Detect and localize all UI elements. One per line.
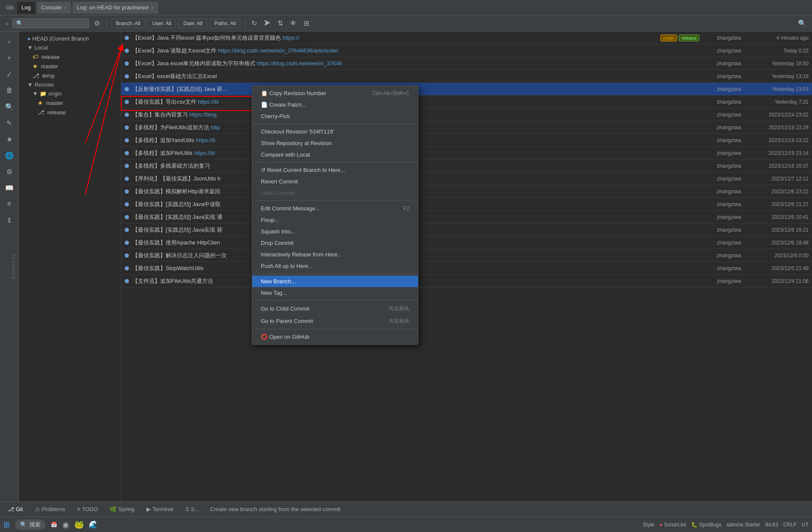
tab-bar: Git: Log Console × Log: on HEAD for prac… [0, 0, 812, 15]
back-button[interactable]: ‹ [3, 19, 10, 28]
status-text: Create new branch starting from the sele… [210, 506, 340, 512]
list-icon[interactable]: ≡ [3, 197, 16, 211]
bottom-tab-todo[interactable]: ≡ TODO [73, 504, 102, 514]
commit-author: zhangziwa [703, 86, 741, 92]
ctx-show-repo[interactable]: Show Repository at Revision [252, 137, 418, 149]
ctx-copy-revision[interactable]: 📋 Copy Revision Number Ctrl+Alt+Shift+C [252, 87, 418, 99]
pin-button[interactable]: ⊞ [301, 18, 311, 28]
commit-dot [125, 266, 129, 270]
ctx-go-parent[interactable]: Go to Parent Commit 向右箭头 [252, 315, 418, 327]
arrows-icon[interactable]: ⇕ [3, 213, 16, 227]
eye-button[interactable]: 👁 [288, 19, 299, 28]
sidebar-master[interactable]: ★ master [19, 61, 121, 71]
commit-message: 【Excel】Java 读取超大excel文件 https://blog.csd… [132, 47, 699, 55]
prev-button[interactable]: ⮞ [262, 19, 273, 28]
bottom-tab-spring[interactable]: 🌿 Spring [105, 504, 139, 514]
pencil-icon[interactable]: ✎ [3, 116, 16, 130]
log-head-close[interactable]: × [151, 5, 154, 10]
search-right-button[interactable]: 🔍 [796, 18, 809, 28]
commit-dot [125, 164, 129, 168]
commit-row[interactable]: 【最佳实践】导出csv文件 https://blzhangziwaYesterd… [121, 96, 812, 108]
sidebar-remote-group[interactable]: ▼ Remote [19, 80, 121, 89]
search-left-icon[interactable]: 🔍 [3, 100, 16, 113]
tab-log-head[interactable]: Log: on HEAD for practisesvr × [73, 2, 158, 14]
taskbar-search[interactable]: 🔍 搜索 [15, 520, 46, 530]
paths-filter[interactable]: Paths: All [210, 19, 240, 28]
ctx-squash[interactable]: Squash Into... [252, 226, 418, 237]
commit-row[interactable]: 【最佳实践】解决日志注入问题的一次zhangziwa2023/12/6 0:00 [121, 249, 812, 262]
ctx-sep-1 [252, 124, 418, 124]
commit-row[interactable]: 【多线程】多线基础方法的复习zhangziwa2023/12/16 10:37 [121, 160, 812, 172]
bottom-tab-terminal[interactable]: ▶ Terminal [142, 504, 178, 514]
ctx-reset-branch[interactable]: ↺ Reset Current Branch to Here... [252, 164, 418, 176]
taskbar-edge[interactable]: 🌊 [89, 520, 98, 529]
commit-row[interactable]: 【Excel】Java 不同excel 版本poi如何给单元格设置背景颜色 ht… [121, 32, 812, 44]
user-filter[interactable]: User: All [148, 19, 176, 28]
sidebar-origin-group[interactable]: ▼ 📁 origin [19, 89, 121, 98]
ctx-new-branch[interactable]: New Branch... [252, 276, 418, 287]
ctx-drop-commit[interactable]: Drop Commit [252, 237, 418, 249]
commit-row[interactable]: 【序列化】【最佳实践】JsonUtils hzhangziwa2023/12/7… [121, 172, 812, 185]
sidebar-origin-release[interactable]: ⎇ release [19, 108, 121, 117]
star-icon[interactable]: ★ [3, 132, 16, 146]
gear-left-icon[interactable]: ⚙ [3, 165, 16, 178]
branch-filter[interactable]: Branch: All [111, 19, 145, 28]
ctx-sep-3 [252, 201, 418, 201]
sidebar-local-group[interactable]: ▼ Local [19, 43, 121, 52]
ctx-checkout[interactable]: Checkout Revision '534f7119' [252, 126, 418, 137]
ctx-fixup[interactable]: Fixup... [252, 214, 418, 226]
sidebar-origin-master[interactable]: ★ master [19, 98, 121, 108]
commit-row[interactable]: 【多线程】追加FileIUtils https://blzhangziwa202… [121, 147, 812, 160]
book-icon[interactable]: 📖 [3, 181, 16, 195]
bottom-tab-problems[interactable]: ⚠ Problems [31, 504, 70, 514]
sort-button[interactable]: ⇅ [275, 18, 285, 28]
ctx-push-all[interactable]: Push All up to Here... [252, 260, 418, 272]
trash-icon[interactable]: 🗑 [3, 84, 16, 97]
commit-dot [125, 138, 129, 142]
bottom-tab-s[interactable]: S S... [181, 504, 203, 514]
date-filter[interactable]: Date: All [178, 19, 207, 28]
search-input[interactable] [12, 18, 89, 28]
console-close[interactable]: × [64, 5, 67, 10]
ctx-go-child[interactable]: Go to Child Commit 向左箭头 [252, 302, 418, 315]
commit-row[interactable]: 【反射最佳实践】[实践总结] Java 获...zhangziwaYesterd… [121, 83, 812, 96]
windows-start[interactable]: ⊞ [3, 520, 10, 529]
taskbar-frog[interactable]: 🐸 [74, 520, 84, 529]
ctx-create-patch[interactable]: 📄 Create Patch... [252, 99, 418, 110]
ctx-revert-commit[interactable]: Revert Commit [252, 176, 418, 187]
ctx-cherry-pick[interactable]: Cherry-Pick [252, 110, 418, 122]
commit-row[interactable]: 【Excel】Java 读取超大excel文件 https://blog.csd… [121, 44, 812, 57]
ctx-edit-message[interactable]: Edit Commit Message... F2 [252, 203, 418, 214]
taskbar-calendar[interactable]: 📅 [51, 522, 57, 528]
sidebar-temp[interactable]: ⎇ temp [19, 71, 121, 80]
tab-log[interactable]: Log [17, 2, 35, 14]
taskbar-chrome[interactable]: ◉ [62, 520, 69, 529]
commit-row[interactable]: 【最佳实践】模拟解析Http请求返回zhangziwa2023/12/6 23:… [121, 185, 812, 198]
add-icon[interactable]: + [3, 51, 16, 65]
ctx-interactively-rebase[interactable]: Interactively Rebase from Here... [252, 249, 418, 260]
commit-row[interactable]: 【文件流】追加FileUtils共通方法zhangziwa2023/12/4 2… [121, 275, 812, 288]
bottom-tab-git[interactable]: ⎇ Git [3, 504, 27, 514]
commit-row[interactable]: 【Excel】Java excel单元格内容读取为字符串格式 https://b… [121, 57, 812, 70]
ctx-compare-local[interactable]: Compare with Local [252, 149, 418, 160]
ctx-new-tag[interactable]: New Tag... [252, 287, 418, 299]
sidebar-head[interactable]: ● HEAD (Current Branch [19, 34, 121, 43]
commit-row[interactable]: 【多线程】为FileIUtils追加方法 httpzhangziwa2023/1… [121, 121, 812, 134]
commit-row[interactable]: 【最佳实践】StopWatchUtilszhangziwa2023/12/5 2… [121, 262, 812, 275]
ctx-undo-commit[interactable]: Undo Commit... [252, 187, 418, 199]
commit-row[interactable]: 【集合】集合内容复习 https://blog.zhangziwa2023/12… [121, 108, 812, 121]
commit-row[interactable]: 【最佳实践】[实践总结] Java实现 通zhangziwa2023/12/6 … [121, 211, 812, 224]
tab-console[interactable]: Console × [37, 2, 71, 14]
commit-row[interactable]: 【最佳实践】[实践总结] Java实现 获zhangziwa2023/12/6 … [121, 224, 812, 236]
collapse-icon[interactable]: ‹ [3, 35, 16, 49]
sidebar-release[interactable]: 🏷 release [19, 52, 121, 61]
ctx-open-github[interactable]: ⭕ Open on GitHub [252, 331, 418, 343]
checkmark-icon[interactable]: ✓ [3, 67, 16, 81]
commit-row[interactable]: 【多线程】追加YamlUtils https://bzhangziwa2023/… [121, 134, 812, 147]
refresh-button[interactable]: ↻ [249, 18, 259, 28]
commit-row[interactable]: 【最佳实践】[实践总结] Java中读取zhangziwa2023/12/6 2… [121, 198, 812, 211]
globe-icon[interactable]: 🌐 [3, 148, 16, 162]
settings-button[interactable]: ⚙ [92, 18, 102, 28]
commit-row[interactable]: 【Excel】excel基础方法汇总ExcelzhangziwaYesterda… [121, 70, 812, 83]
commit-row[interactable]: 【最佳实践】使用Apache HttpClienzhangziwa2023/12… [121, 236, 812, 249]
